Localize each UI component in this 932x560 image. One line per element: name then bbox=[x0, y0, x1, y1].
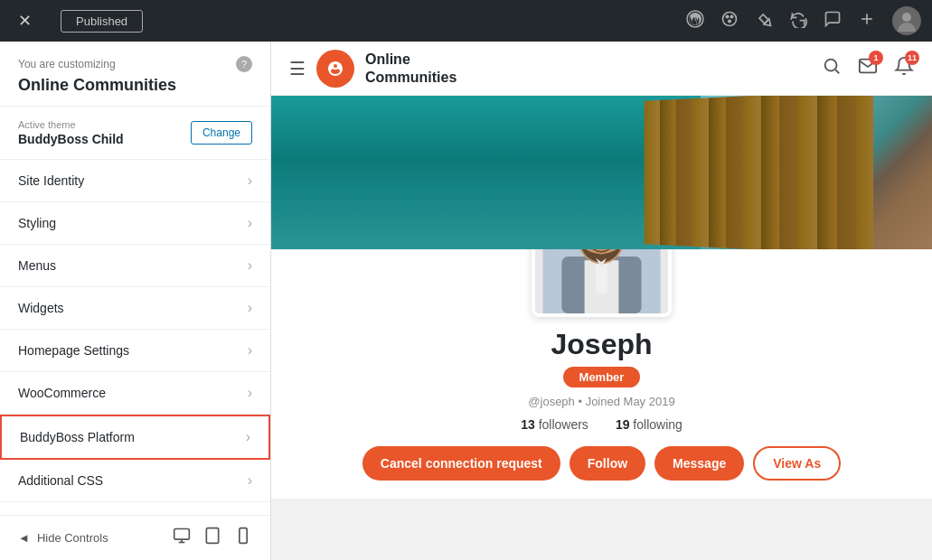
site-header-right: 1 11 bbox=[822, 56, 914, 80]
wordpress-icon[interactable] bbox=[686, 10, 704, 33]
nav-item-label: BuddyBoss Platform bbox=[20, 430, 135, 444]
nav-item-homepage-settings[interactable]: Homepage Settings › bbox=[0, 330, 270, 372]
help-button[interactable]: ? bbox=[236, 56, 252, 72]
follow-button[interactable]: Follow bbox=[570, 446, 645, 481]
nav-item-label: Menus bbox=[18, 258, 56, 273]
chevron-right-icon: › bbox=[248, 215, 252, 231]
followers-label-text: followers bbox=[539, 417, 588, 432]
separator: • bbox=[578, 395, 585, 408]
close-button[interactable]: ✕ bbox=[11, 7, 39, 34]
messages-badge: 1 bbox=[869, 51, 883, 65]
customizing-label: You are customizing ? bbox=[18, 56, 252, 72]
profile-info-container: Joseph Member @joseph • Joined May 2019 … bbox=[271, 249, 932, 499]
following-count: 19 bbox=[616, 417, 630, 432]
hide-controls-button[interactable]: ◄ Hide Controls bbox=[18, 531, 108, 545]
chevron-right-icon: › bbox=[248, 472, 252, 489]
followers-count: 13 bbox=[521, 417, 535, 432]
published-button[interactable]: Published bbox=[61, 10, 143, 33]
sidebar-nav: Site Identity › Styling › Menus › Widget… bbox=[0, 160, 270, 515]
svg-line-18 bbox=[835, 70, 839, 73]
theme-label: Active theme bbox=[18, 119, 124, 130]
chevron-right-icon: › bbox=[248, 173, 252, 189]
tablet-icon[interactable] bbox=[203, 527, 221, 549]
pen-icon[interactable] bbox=[755, 10, 773, 33]
svg-point-17 bbox=[825, 60, 837, 71]
svg-point-8 bbox=[902, 13, 911, 22]
sidebar-footer: ◄ Hide Controls bbox=[0, 515, 270, 560]
cover-planks bbox=[645, 96, 873, 249]
nav-item-widgets[interactable]: Widgets › bbox=[0, 287, 270, 330]
nav-item-additional-css[interactable]: Additional CSS › bbox=[0, 460, 270, 502]
theme-section: Active theme BuddyBoss Child Change bbox=[0, 107, 270, 160]
nav-item-label: WooCommerce bbox=[18, 386, 106, 400]
site-header: ☰ Online Communities 1 bbox=[271, 42, 932, 96]
admin-bar: ✕ Published bbox=[0, 0, 932, 42]
svg-point-1 bbox=[723, 12, 737, 25]
footer-icons bbox=[173, 527, 252, 549]
theme-name: BuddyBoss Child bbox=[18, 132, 124, 146]
customizing-text: You are customizing bbox=[18, 58, 116, 70]
nav-item-buddyboss-platform[interactable]: BuddyBoss Platform › bbox=[0, 415, 270, 460]
theme-info: Active theme BuddyBoss Child bbox=[18, 119, 124, 146]
view-as-button[interactable]: View As bbox=[753, 446, 841, 481]
main-area: You are customizing ? Online Communities… bbox=[0, 42, 932, 560]
site-name: Online Communities bbox=[365, 51, 457, 85]
nav-item-label: Additional CSS bbox=[18, 473, 103, 488]
following-stat: 19 following bbox=[616, 417, 683, 432]
notifications-icon[interactable]: 11 bbox=[894, 56, 914, 80]
hide-controls-label: Hide Controls bbox=[37, 531, 108, 545]
admin-bar-icons bbox=[686, 6, 921, 35]
nav-item-label: Styling bbox=[18, 216, 56, 230]
svg-rect-14 bbox=[240, 528, 247, 544]
mobile-icon[interactable] bbox=[234, 527, 252, 549]
profile-handle: @joseph bbox=[528, 395, 575, 408]
preview-area: ☰ Online Communities 1 bbox=[271, 42, 932, 560]
cancel-connection-button[interactable]: Cancel connection request bbox=[362, 446, 560, 481]
profile-joined: Joined May 2019 bbox=[586, 395, 675, 408]
notifications-badge: 11 bbox=[905, 51, 919, 65]
cover-photo bbox=[271, 96, 932, 249]
svg-rect-9 bbox=[174, 529, 190, 540]
refresh-icon[interactable] bbox=[789, 10, 807, 33]
profile-content: Joseph Member @joseph • Joined May 2019 … bbox=[271, 96, 932, 560]
member-badge: Member bbox=[563, 367, 641, 387]
chevron-right-icon: › bbox=[248, 385, 252, 401]
nav-item-menus[interactable]: Menus › bbox=[0, 245, 270, 287]
svg-point-4 bbox=[729, 20, 731, 23]
nav-item-site-identity[interactable]: Site Identity › bbox=[0, 160, 270, 202]
profile-actions: Cancel connection request Follow Message… bbox=[362, 446, 841, 481]
avatar[interactable] bbox=[892, 6, 921, 35]
change-theme-button[interactable]: Change bbox=[191, 121, 252, 145]
message-button[interactable]: Message bbox=[654, 446, 744, 481]
site-title-label: Online Communities bbox=[18, 76, 252, 95]
chevron-right-icon: › bbox=[248, 257, 252, 274]
profile-stats: 13 followers 19 following bbox=[521, 417, 683, 432]
sidebar: You are customizing ? Online Communities… bbox=[0, 42, 271, 560]
nav-item-styling[interactable]: Styling › bbox=[0, 202, 270, 245]
comment-icon[interactable] bbox=[824, 10, 842, 33]
nav-item-label: Site Identity bbox=[18, 173, 84, 188]
plus-icon[interactable] bbox=[858, 10, 876, 33]
svg-point-2 bbox=[726, 15, 729, 18]
desktop-icon[interactable] bbox=[173, 527, 191, 549]
site-header-left: ☰ Online Communities bbox=[289, 50, 457, 88]
following-label-text: following bbox=[633, 417, 682, 432]
nav-item-woocommerce[interactable]: WooCommerce › bbox=[0, 372, 270, 415]
hamburger-icon[interactable]: ☰ bbox=[289, 58, 306, 79]
profile-name: Joseph bbox=[551, 328, 652, 361]
profile-meta: @joseph • Joined May 2019 bbox=[528, 395, 674, 408]
nav-item-label: Homepage Settings bbox=[18, 343, 129, 358]
chevron-right-icon: › bbox=[248, 300, 252, 316]
nav-item-label: Widgets bbox=[18, 301, 64, 315]
chevron-right-icon: › bbox=[248, 342, 252, 359]
search-icon[interactable] bbox=[822, 56, 842, 80]
followers-stat: 13 followers bbox=[521, 417, 588, 432]
palette-icon[interactable] bbox=[720, 10, 739, 33]
messages-icon[interactable]: 1 bbox=[858, 56, 878, 80]
left-arrow-icon: ◄ bbox=[18, 531, 30, 545]
cover-water bbox=[271, 96, 701, 249]
sidebar-header: You are customizing ? Online Communities bbox=[0, 42, 270, 107]
svg-point-3 bbox=[730, 15, 733, 18]
svg-rect-12 bbox=[206, 528, 218, 544]
site-logo bbox=[316, 50, 354, 88]
